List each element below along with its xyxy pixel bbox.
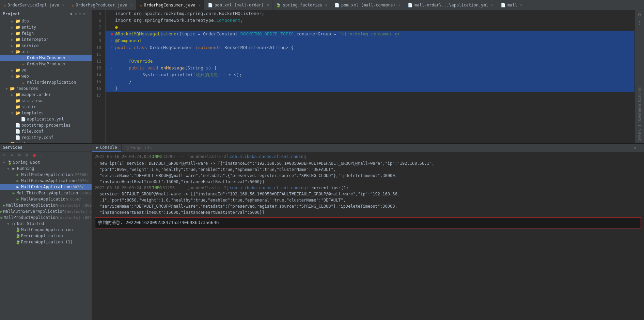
sync-icon[interactable]: ⟳: [1, 152, 7, 158]
minimize-icon[interactable]: ─: [87, 12, 89, 16]
code-content[interactable]: import org.apache.rocketmq.spring.core.R…: [106, 10, 634, 143]
expand-arrow: ▼: [4, 87, 10, 91]
service-port: [devtools] :809: [58, 203, 92, 208]
services-panel: Services ⟳ ≡ ⊟ ⊞ ■ + ▼ 🍃 Spring Boot ▼: [0, 144, 92, 320]
code-token: }: [115, 85, 118, 92]
stop-icon: ○: [11, 221, 16, 226]
tree-item-entity[interactable]: ▶ 📁 entity: [0, 24, 92, 30]
tree-item-vo[interactable]: ▶ 📁 vo: [0, 67, 92, 73]
tab-order-msg-consumer[interactable]: ☕ OrderMsgConsumer.java ✕: [136, 0, 204, 10]
expand-all-icon[interactable]: ≡: [9, 152, 15, 158]
service-mall-member[interactable]: ▶ MallMemberApplication :20300/: [0, 172, 92, 178]
service-mall-coupon[interactable]: 🍃 MallCouponApplication: [0, 227, 92, 233]
tab-order-msg-producer[interactable]: ☕ OrderMsgProducer.java ✕: [68, 0, 136, 10]
code-token: .println(: [169, 71, 193, 78]
close-icon[interactable]: ✕: [62, 3, 64, 7]
tree-item-feign[interactable]: ▶ 📁 feign: [0, 30, 92, 36]
code-line-12: @Override: [106, 58, 634, 65]
close-icon[interactable]: ✕: [130, 3, 132, 7]
service-category-spring-boot[interactable]: ▼ 🍃 Spring Boot: [0, 159, 92, 165]
java-icon: ☕: [140, 3, 142, 7]
service-port: :20300/: [73, 173, 89, 177]
close-icon[interactable]: ✕: [398, 3, 400, 7]
service-mall-auth[interactable]: ▶ MallAuthServerApplication [devtools] :…: [0, 208, 92, 214]
tree-item-templates[interactable]: ▼ 📂 templates: [0, 110, 92, 116]
close-icon[interactable]: ✕: [491, 3, 493, 7]
code-token: "收到的消息: ": [193, 71, 226, 78]
java-icon: ☕: [3, 3, 6, 7]
stop-icon[interactable]: ■: [31, 152, 37, 158]
log-line-2: 2022-06-16 20:09:24.035 INFO 31296 --- […: [95, 185, 641, 191]
tree-item-order-msg-consumer[interactable]: ☕ OrderMsgConsumer: [0, 55, 92, 61]
service-label: MallGatewayApplication: [21, 178, 75, 183]
tree-label: bootstrap.properties: [21, 123, 71, 128]
tree-item-src-views[interactable]: 📁 src.views: [0, 98, 92, 104]
tab-application-yml[interactable]: 📄 mall-order\...\application.yml ✕: [404, 0, 497, 10]
code-line-17: [106, 92, 634, 99]
collapse-arrow: ▶: [10, 32, 15, 35]
settings-icon[interactable]: ⚙: [632, 145, 638, 151]
close-icon[interactable]: ✕: [267, 3, 269, 7]
console-output[interactable]: 2022-06-16 20:09:24.034 INFO 31296 --- […: [92, 152, 644, 320]
tab-label: OrderMsgConsumer.java: [144, 3, 195, 7]
tab-mall[interactable]: 📄 mall ✕: [497, 0, 526, 10]
code-view[interactable]: 5 6 7 8 9 10 11 12 13 14 15 16 17 import…: [92, 10, 634, 143]
tree-item-utils[interactable]: ▼ 📂 utils: [0, 49, 92, 55]
tree-item-order-msg-producer[interactable]: ☕ OrderMsgProducer: [0, 61, 92, 67]
close-icon[interactable]: ✕: [325, 3, 327, 7]
service-renren[interactable]: 🍃 RenrenApplication: [0, 233, 92, 239]
service-mall-gateway[interactable]: ▶ MallGatewayApplication :8070/: [0, 178, 92, 184]
add-icon[interactable]: +: [39, 152, 45, 158]
tree-item-resources[interactable]: ▼ 📂 resources: [0, 85, 92, 92]
log-timestamp: 2022-06-16 20:09:24.035: [95, 185, 151, 191]
service-mall-third-party[interactable]: ▶ MallThirdPartyApplication :8100/: [0, 190, 92, 196]
service-not-started-group[interactable]: ▼ ○ Not Started: [0, 221, 92, 227]
service-mall-product[interactable]: ▶ MallProductApplication [devtools] :804: [0, 214, 92, 221]
service-running-group[interactable]: ▼ ▶ Running: [0, 165, 92, 172]
tree-item-registry-conf[interactable]: 📄 registry.conf: [0, 134, 92, 141]
settings-icon[interactable]: ⚙: [636, 11, 643, 18]
service-label: MallProductApplication: [4, 215, 58, 220]
console-tab-console[interactable]: ▶ Console: [92, 144, 122, 152]
service-category-label: Spring Boot: [13, 160, 40, 165]
tab-order-service-impl[interactable]: ☕ OrderServiceImpl.java ✕: [0, 0, 68, 10]
gear-icon[interactable]: ⚙: [83, 12, 85, 16]
service-mall-search[interactable]: ▶ MallSearchApplication [devtools] :809: [0, 202, 92, 208]
tree-item-bootstrap-props[interactable]: 📄 bootstrap.properties: [0, 122, 92, 128]
run-icon: ▶: [0, 209, 2, 214]
log-level: INFO: [152, 154, 162, 160]
service-mall-ware[interactable]: ▶ MallWareApplication :8050/: [0, 196, 92, 202]
code-token: OrderMsgConsumer: [150, 44, 195, 51]
collapse-all-icon[interactable]: ⊟: [16, 152, 22, 158]
tab-spring-factories[interactable]: 🍃 spring.factories ✕: [272, 0, 331, 10]
console-tab-endpoints[interactable]: ⬡ Endpoints: [122, 144, 157, 151]
layout-icon[interactable]: ≡: [79, 12, 81, 16]
tree-item-static[interactable]: 📁 static: [0, 104, 92, 110]
close-icon[interactable]: ✕: [520, 3, 522, 7]
tree-item-dto[interactable]: ▶ 📁 dto: [0, 18, 92, 24]
gear-icon[interactable]: ⋮: [636, 19, 643, 27]
filter-icon[interactable]: ⊞: [24, 152, 30, 158]
tab-pom-mall-commons[interactable]: 📄 pom.xml (mall-commons) ✕: [331, 0, 404, 10]
gear-icon[interactable]: ⋮: [638, 145, 644, 151]
settings-icon[interactable]: ⚙: [75, 12, 77, 16]
tree-item-mall-order-application[interactable]: ☕ MallOrderApplication: [0, 79, 92, 85]
tree-item-interceptor[interactable]: ▶ 📁 interceptor: [0, 36, 92, 43]
tree-item-file-conf[interactable]: 📄 file.conf: [0, 128, 92, 134]
log-message: : new ips(1) service: DEFAULT_GROUP@@mal…: [95, 160, 434, 166]
tab-label: spring.factories: [283, 3, 322, 7]
service-mall-order[interactable]: ▶ MallOrderApplication :8030/: [0, 184, 92, 190]
tree-item-mapper-order[interactable]: ▶ 📁 mapper.order: [0, 92, 92, 98]
log-message: : current ips:(1): [307, 185, 348, 191]
tree-item-service[interactable]: ▶ 📁 service: [0, 43, 92, 49]
folder-icon: 📁: [15, 43, 20, 48]
tab-pom-mall-order[interactable]: 📄 pom.xml (mall-order) ✕: [204, 0, 273, 10]
service-port: :8070/: [75, 179, 89, 183]
tree-item-application-yml[interactable]: 📄 application.yml: [0, 116, 92, 122]
tree-item-test[interactable]: ▶ 📁 test: [0, 141, 92, 143]
tree-item-web[interactable]: ▼ 📂 web: [0, 73, 92, 79]
folder-open-icon: 📂: [10, 86, 15, 91]
service-renren-1[interactable]: 🍃 RenrenApplication (1): [0, 239, 92, 245]
close-icon[interactable]: ✕: [199, 3, 201, 7]
log-continuation-3: "instanceHeartBeatTimeOut":15000,"instan…: [95, 179, 641, 185]
